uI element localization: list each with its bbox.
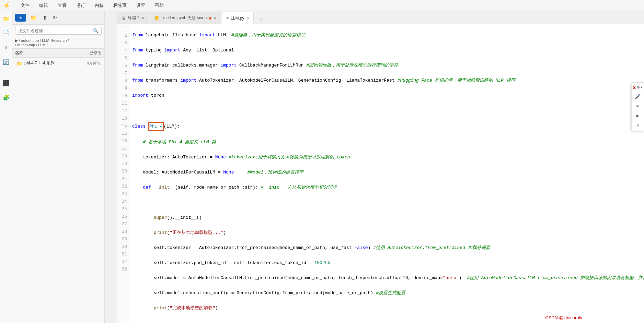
tab-untitled-close[interactable]: ✕: [214, 16, 217, 20]
menu-run[interactable]: 运行: [74, 2, 87, 9]
menu-view[interactable]: 查看: [56, 2, 69, 9]
sidebar-toolbar: + 📁 ⬆ ↻: [12, 11, 104, 25]
tab-untitled[interactable]: 📒 Untitled.ipynb 无题.ipynb ✕: [150, 12, 221, 24]
folder-item-icon: 📁: [16, 61, 22, 66]
sogou-s-icon: S: [633, 85, 636, 90]
sogou-keyboard-icon[interactable]: ⌨: [635, 103, 641, 109]
unsaved-dot: [209, 17, 211, 20]
sidebar: + 📁 ⬆ ↻ 🔍 ▶ / autodl-tmp / LLM-Research …: [12, 11, 105, 323]
new-file-icon[interactable]: 📄: [1, 28, 11, 38]
menu-help[interactable]: 帮助: [153, 2, 166, 9]
tab-llm[interactable]: ≡ LLM.py ✕: [222, 12, 254, 24]
sogou-close-icon[interactable]: ✕: [635, 122, 641, 129]
tab-llm-close[interactable]: ✕: [246, 16, 249, 20]
notebook-tab-icon: 📒: [154, 16, 159, 21]
folder-icon[interactable]: 📁: [1, 14, 11, 23]
code-editor: 12345 678910 1112131415 1617181920 21222…: [117, 24, 644, 323]
menu-kernel[interactable]: 内核: [93, 2, 106, 9]
file-list-header: 名称 已修改: [12, 49, 104, 58]
sogou-play-icon[interactable]: ▶: [635, 112, 641, 119]
code-content[interactable]: from langchain.llms.base import LLM #基础类…: [129, 24, 644, 323]
new-button[interactable]: +: [15, 14, 26, 22]
file-name: phi-4 PHI-4 系列: [24, 60, 87, 66]
search-icon: 🔍: [93, 28, 99, 33]
new-folder-icon[interactable]: 📁: [29, 13, 38, 22]
sogou-mic-icon[interactable]: 🎤: [633, 93, 642, 100]
left-icon-strip: 📁 📄 ⬆ 🔄 ⬛ 🧩: [0, 11, 12, 323]
breadcrumb: ▶ / autodl-tmp / LLM-Research / / autodl…: [12, 37, 104, 49]
col-name-header: 名称: [15, 50, 89, 56]
plus-icon: +: [19, 15, 22, 20]
file-modified-time: 8分钟前: [87, 61, 100, 66]
menu-bar: ⚡ 文件 编辑 查看 运行 内核 标签页 设置 帮助: [0, 0, 644, 11]
llm-tab-icon: ≡: [226, 16, 229, 21]
upload-btn[interactable]: ⬆: [41, 13, 48, 22]
menu-settings[interactable]: 设置: [134, 2, 147, 9]
tab-untitled-label: Untitled.ipynb 无题.ipynb: [161, 15, 207, 21]
file-list: 📁 phi-4 PHI-4 系列 8分钟前: [12, 58, 104, 323]
sidebar-search-area: 🔍: [12, 25, 104, 37]
editor-area: 🖥 终端 1 ✕ 📒 Untitled.ipynb 无题.ipynb ✕ ≡ L…: [117, 11, 644, 323]
refresh-icon[interactable]: 🔄: [1, 57, 11, 67]
tab-terminal[interactable]: 🖥 终端 1 ✕: [117, 12, 149, 24]
search-box: 🔍: [15, 27, 102, 35]
breadcrumb-line2[interactable]: / autodl-tmp / LLM /: [15, 43, 102, 47]
sogou-toolbar: S 英· 🎤 ⌨ ▶ ✕: [631, 82, 644, 131]
tab-add-button[interactable]: +: [256, 13, 266, 24]
menu-file[interactable]: 文件: [19, 2, 32, 9]
csdn-watermark: CSDN @Unicornly: [545, 315, 582, 320]
tab-terminal-label: 终端 1: [128, 15, 139, 21]
menu-tabs[interactable]: 标签页: [111, 2, 129, 9]
breadcrumb-line1[interactable]: ▶ / autodl-tmp / LLM-Research /: [15, 38, 102, 43]
sogou-label: 英·: [636, 85, 643, 90]
app-logo: ⚡: [3, 2, 10, 9]
terminal-tab-icon: 🖥: [122, 16, 126, 21]
upload-icon[interactable]: ⬆: [1, 43, 11, 52]
line-numbers: 12345 678910 1112131415 1617181920 21222…: [117, 24, 129, 323]
tab-llm-label: LLM.py: [231, 16, 244, 21]
col-modified-header: 已修改: [89, 50, 102, 56]
extensions-icon[interactable]: 🧩: [1, 93, 11, 102]
tab-terminal-close[interactable]: ✕: [141, 16, 145, 20]
list-item[interactable]: 📁 phi-4 PHI-4 系列 8分钟前: [12, 59, 104, 68]
tab-bar: 🖥 终端 1 ✕ 📒 Untitled.ipynb 无题.ipynb ✕ ≡ L…: [117, 11, 644, 24]
search-input[interactable]: [18, 28, 93, 33]
menu-edit[interactable]: 编辑: [37, 2, 50, 9]
terminal-icon[interactable]: ⬛: [1, 78, 11, 88]
refresh-btn[interactable]: ↻: [51, 13, 58, 22]
main-area: 📁 📄 ⬆ 🔄 ⬛ 🧩 + 📁 ⬆ ↻ 🔍 ▶ / autodl-tmp / L…: [0, 11, 644, 323]
